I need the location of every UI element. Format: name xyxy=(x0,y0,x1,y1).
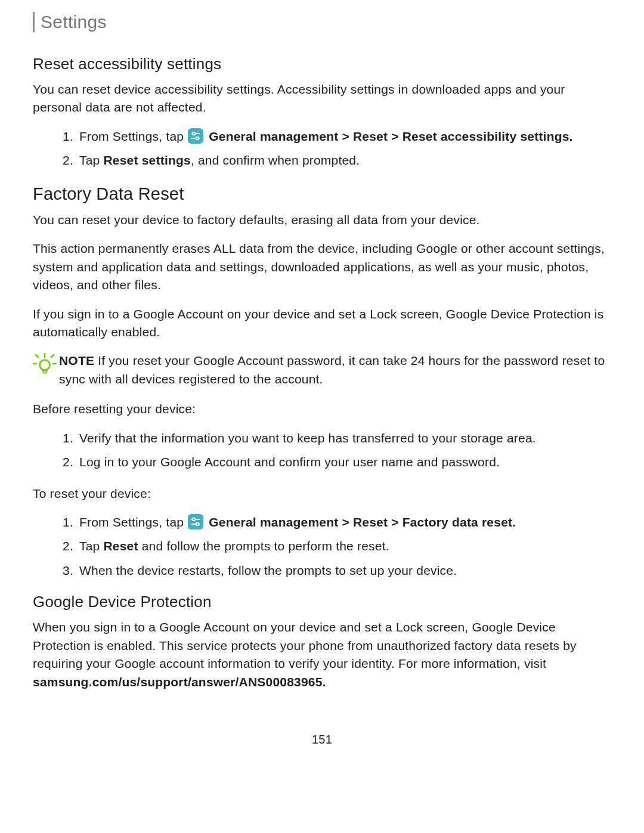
svg-point-5 xyxy=(40,360,50,370)
steps-list: From Settings, tap General management > … xyxy=(33,128,611,170)
step-item: Tap Reset settings, and confirm when pro… xyxy=(77,151,611,169)
step-item: Log in to your Google Account and confir… xyxy=(77,453,611,471)
step-item: When the device restarts, follow the pro… xyxy=(77,562,611,580)
step-bold: General management > Reset > Reset acces… xyxy=(209,129,569,143)
step-item: Verify that the information you want to … xyxy=(77,429,611,447)
svg-rect-13 xyxy=(188,514,203,529)
step-text: , and confirm when prompted. xyxy=(191,153,360,167)
step-item: From Settings, tap General management > … xyxy=(77,128,611,145)
paragraph: When you sign in to a Google Account on … xyxy=(33,618,611,691)
section-title-reset-accessibility: Reset accessibility settings xyxy=(33,55,611,73)
step-text: and follow the prompts to perform the re… xyxy=(138,539,389,553)
section-title-google-protection: Google Device Protection xyxy=(33,593,611,611)
steps-list: Verify that the information you want to … xyxy=(33,429,611,472)
note-body: If you reset your Google Account passwor… xyxy=(59,354,605,385)
general-management-icon xyxy=(188,514,203,529)
paragraph: To reset your device: xyxy=(33,485,611,503)
step-text: Tap xyxy=(79,153,104,167)
paragraph: Before resetting your device: xyxy=(33,400,611,418)
paragraph: If you sign in to a Google Account on yo… xyxy=(33,305,611,342)
body-text: When you sign in to a Google Account on … xyxy=(33,620,577,670)
svg-line-12 xyxy=(51,355,54,357)
svg-point-2 xyxy=(193,132,196,135)
page-header: Settings xyxy=(33,12,611,32)
step-item: From Settings, tap General management > … xyxy=(77,513,611,531)
section-title-factory-reset: Factory Data Reset xyxy=(33,184,611,204)
note-block: NOTE If you reset your Google Account pa… xyxy=(33,352,611,388)
paragraph: You can reset device accessibility setti… xyxy=(33,80,611,117)
note-text: NOTE If you reset your Google Account pa… xyxy=(59,352,611,388)
svg-line-11 xyxy=(36,355,38,357)
step-text: Tap xyxy=(79,539,104,553)
page-number: 151 xyxy=(33,733,611,747)
svg-point-17 xyxy=(196,523,199,526)
steps-list: From Settings, tap General management > … xyxy=(33,513,611,580)
step-bold: General management > Reset > Factory dat… xyxy=(209,515,512,529)
general-management-icon xyxy=(188,128,203,144)
step-text: From Settings, tap xyxy=(79,515,187,529)
document-page: Settings Reset accessibility settings Yo… xyxy=(0,0,644,764)
paragraph: This action permanently erases ALL data … xyxy=(33,240,611,294)
step-text: From Settings, tap xyxy=(79,129,187,143)
lightbulb-icon xyxy=(33,351,59,380)
svg-point-15 xyxy=(193,518,196,521)
body-link-text: samsung.com/us/support/answer/ANS0008396… xyxy=(33,675,323,689)
paragraph: You can reset your device to factory def… xyxy=(33,211,611,229)
note-label: NOTE xyxy=(59,354,94,367)
step-bold: Reset settings xyxy=(104,153,191,167)
svg-rect-0 xyxy=(188,128,203,144)
svg-point-4 xyxy=(196,137,199,140)
step-item: Tap Reset and follow the prompts to perf… xyxy=(77,537,611,555)
step-bold: Reset xyxy=(104,539,138,553)
